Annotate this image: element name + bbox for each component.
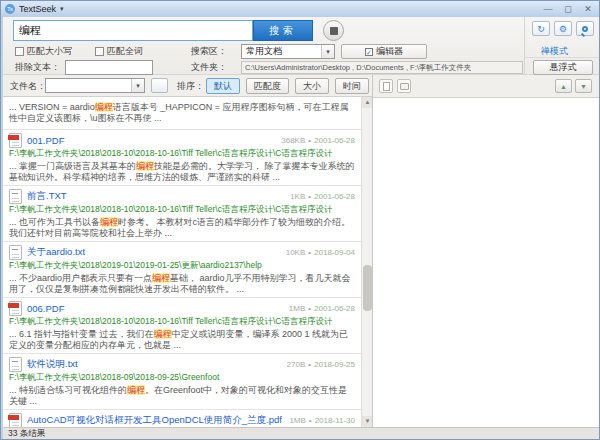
search-button[interactable]: 搜索 <box>253 20 313 41</box>
sort-button[interactable]: 大小 <box>295 78 329 94</box>
result-meta: 1MB•2001-06-28 <box>283 304 355 313</box>
exclude-input[interactable] <box>65 60 153 75</box>
results-scrollbar[interactable]: ▲ ▼ <box>361 97 372 427</box>
sort-button[interactable]: 默认 <box>206 78 240 94</box>
result-meta: 270B•2018-09-25 <box>281 360 355 369</box>
pdf-file-icon <box>9 413 22 428</box>
result-snippet: ... 特别适合练习可视化组件的编程。在Greenfoot中，对象的可视化和对象… <box>9 385 355 406</box>
filename-combo[interactable]: ▾ <box>45 78 145 93</box>
zen-mode-link[interactable]: 禅模式 <box>541 44 568 59</box>
filename-label: 文件名： <box>10 75 46 97</box>
result-item[interactable]: 001.PDF 368KB•2001-06-28 F:\李帆工作文件夹\2018… <box>3 130 361 186</box>
open-file-button[interactable] <box>379 79 393 93</box>
previous-match-button[interactable]: ▲ <box>555 79 572 93</box>
highlighted-term: 编程 <box>127 385 145 395</box>
zone-dropdown[interactable]: 常用文档 ▾ <box>241 44 335 59</box>
next-match-button[interactable]: ▼ <box>575 79 592 93</box>
result-size: 368KB <box>281 136 305 145</box>
result-path: F:\李帆工作文件夹\2018\2018-10\2018-10-16\Tiff … <box>9 316 355 328</box>
result-size: 10KB <box>286 248 306 257</box>
result-path: F:\李帆工作文件夹\2018\2018-10\2018-10-16\Tiff … <box>9 204 355 216</box>
open-folder-button[interactable] <box>397 79 411 93</box>
stop-icon <box>330 27 338 35</box>
chevron-down-icon[interactable]: ▾ <box>60 5 64 13</box>
result-item[interactable]: • ... VERSION = aardio编程语言版本号 _HAPPICON … <box>3 97 361 130</box>
result-item[interactable]: 关于aardio.txt 10KB•2018-09-04 F:\李帆工作文件夹\… <box>3 242 361 298</box>
result-item[interactable]: 前言.TXT 1KB•2001-06-28 F:\李帆工作文件夹\2018\20… <box>3 186 361 242</box>
sort-button-group: 默认匹配度大小时间 <box>206 78 369 94</box>
float-mode-button[interactable]: 悬浮式 <box>533 60 593 75</box>
minimize-button[interactable]: — <box>541 4 555 14</box>
highlighted-term: 编程 <box>154 329 172 339</box>
match-word-checkbox[interactable] <box>95 47 104 56</box>
result-title[interactable]: 软件说明.txt <box>27 358 78 371</box>
refresh-button[interactable]: ↻ <box>532 21 550 36</box>
match-case-label: 匹配大小写 <box>27 45 72 58</box>
result-date: 2001-06-28 <box>314 136 355 145</box>
preview-pane[interactable] <box>373 97 599 427</box>
search-panel: 搜索 ↻ ⚙ 匹配大小写 匹配全词 搜索区： 常用文档 <box>3 17 599 75</box>
result-date: 2018-09-25 <box>314 360 355 369</box>
result-meta: 10KB•2018-09-04 <box>280 248 355 257</box>
meta-dot: • <box>308 248 311 257</box>
sort-label: 排序： <box>177 75 204 97</box>
filter-button[interactable] <box>151 78 168 93</box>
result-date: 2018-09-04 <box>314 248 355 257</box>
result-title[interactable]: 前言.TXT <box>27 190 67 203</box>
result-size: 1MB <box>289 416 305 425</box>
chevron-down-icon[interactable]: ▾ <box>321 45 334 58</box>
txt-file-icon <box>9 189 22 204</box>
result-path: F:\李帆工作文件夹\2018\2018-09\2018-09-25\Green… <box>9 372 355 384</box>
pdf-file-icon <box>9 301 22 316</box>
result-item[interactable]: 软件说明.txt 270B•2018-09-25 F:\李帆工作文件夹\2018… <box>3 354 361 410</box>
match-word-label: 匹配全词 <box>107 45 143 58</box>
result-snippet: ... VERSION = aardio编程语言版本号 _HAPPICON = … <box>9 102 355 123</box>
result-title[interactable]: 关于aardio.txt <box>27 246 85 259</box>
result-title[interactable]: 006.PDF <box>27 303 65 314</box>
meta-dot: • <box>308 192 311 201</box>
highlighted-term: 编程 <box>100 217 118 227</box>
refresh-icon: ↻ <box>537 24 545 34</box>
result-item[interactable]: AutoCAD可视化对话框开发工具OpenDCL使用简介_兰度.pdf 1MB•… <box>3 410 361 427</box>
folder-icon <box>400 83 409 90</box>
sort-button[interactable]: 匹配度 <box>246 78 289 94</box>
result-snippet: ... 掌握一门高级语言及其基本的编程技能是必需的。大学学习， 除了掌握本专业系… <box>9 161 355 182</box>
result-title[interactable]: 001.PDF <box>27 135 65 146</box>
preview-toolbar: ▲ ▼ <box>373 75 599 97</box>
folder-label: 文件夹： <box>191 60 227 75</box>
txt-file-icon <box>9 357 22 372</box>
result-meta: 1MB•2018-11-30 <box>283 416 355 425</box>
advanced-search-button[interactable] <box>576 21 594 36</box>
result-count: 33 条结果 <box>8 428 45 438</box>
scrollbar-thumb[interactable] <box>363 265 372 311</box>
gear-icon: ⚙ <box>559 24 567 34</box>
results-list[interactable]: • ... VERSION = aardio编程语言版本号 _HAPPICON … <box>3 97 361 427</box>
match-word-option[interactable]: 匹配全词 <box>95 44 143 59</box>
editor-toggle-button[interactable]: ✓ 编辑器 <box>341 44 427 59</box>
maximize-button[interactable]: ◻ <box>561 4 575 14</box>
match-case-option[interactable]: 匹配大小写 <box>15 44 72 59</box>
chevron-down-icon[interactable]: ▾ <box>131 79 144 92</box>
highlighted-term: 编程 <box>95 102 113 112</box>
app-window: Ts TextSeek ▾ — ◻ ✕ 搜索 ↻ ⚙ 匹配大小写 <box>0 0 600 440</box>
stop-button[interactable] <box>323 20 344 41</box>
result-path: F:\李帆工作文件夹\2018\2019-01\2019-01-25\更新\aa… <box>9 260 355 272</box>
match-case-checkbox[interactable] <box>15 47 24 56</box>
result-item[interactable]: 006.PDF 1MB•2001-06-28 F:\李帆工作文件夹\2018\2… <box>3 298 361 354</box>
meta-dot: • <box>308 304 311 313</box>
document-icon <box>383 82 390 91</box>
sort-button[interactable]: 时间 <box>335 78 369 94</box>
window-title: TextSeek <box>19 4 56 14</box>
zone-value: 常用文档 <box>246 45 282 58</box>
meta-dot: • <box>308 360 311 369</box>
zone-label: 搜索区： <box>191 44 227 59</box>
settings-button[interactable]: ⚙ <box>554 21 572 36</box>
up-arrow-icon: ▲ <box>560 83 567 90</box>
result-size: 1KB <box>290 192 305 201</box>
close-button[interactable]: ✕ <box>581 4 595 14</box>
result-title[interactable]: AutoCAD可视化对话框开发工具OpenDCL使用简介_兰度.pdf <box>27 414 282 427</box>
title-bar: Ts TextSeek ▾ — ◻ ✕ <box>1 1 599 17</box>
folder-paths-field[interactable]: C:\Users\Administrator\Desktop , D:\Docu… <box>241 61 523 74</box>
editor-label: 编辑器 <box>376 45 403 58</box>
search-input[interactable] <box>13 20 253 41</box>
